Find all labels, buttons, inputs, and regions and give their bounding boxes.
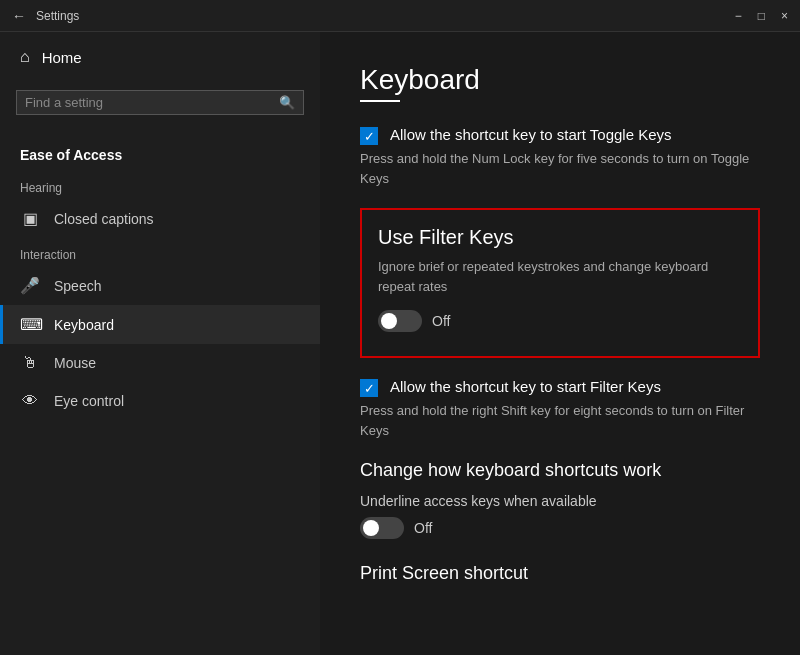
restore-button[interactable]: □ — [758, 9, 765, 23]
sidebar-category-hearing: Hearing — [0, 171, 320, 199]
sidebar-item-keyboard[interactable]: ⌨ Keyboard — [0, 305, 320, 344]
home-icon: ⌂ — [20, 48, 30, 66]
titlebar-title: Settings — [36, 9, 79, 23]
underline-toggle[interactable] — [360, 517, 404, 539]
underline-toggle-knob — [363, 520, 379, 536]
page-title-underline — [360, 100, 400, 102]
filter-keys-shortcut-label: Allow the shortcut key to start Filter K… — [390, 378, 661, 395]
sidebar-section-label: Ease of Access — [0, 131, 320, 171]
keyboard-icon: ⌨ — [20, 315, 40, 334]
search-input[interactable] — [25, 95, 279, 110]
sidebar-item-label-speech: Speech — [54, 278, 101, 294]
sidebar-category-interaction: Interaction — [0, 238, 320, 266]
toggle-keys-checkbox[interactable]: ✓ — [360, 127, 378, 145]
sidebar-item-label-mouse: Mouse — [54, 355, 96, 371]
sidebar-item-closed-captions[interactable]: ▣ Closed captions — [0, 199, 320, 238]
toggle-keys-label: Allow the shortcut key to start Toggle K… — [390, 126, 672, 143]
toggle-keys-row: ✓ Allow the shortcut key to start Toggle… — [360, 126, 760, 145]
filter-keys-desc: Ignore brief or repeated keystrokes and … — [378, 257, 742, 296]
window-controls: − □ × — [735, 9, 788, 23]
sidebar-search-container: 🔍 — [0, 82, 320, 131]
speech-icon: 🎤 — [20, 276, 40, 295]
search-wrapper: 🔍 — [16, 90, 304, 115]
eye-control-icon: 👁 — [20, 392, 40, 410]
sidebar-item-label-eye-control: Eye control — [54, 393, 124, 409]
underline-toggle-row: Off — [360, 517, 760, 539]
underline-toggle-label: Off — [414, 520, 432, 536]
filter-keys-toggle-row: Off — [378, 310, 742, 332]
page-title: Keyboard — [360, 64, 760, 96]
closed-captions-icon: ▣ — [20, 209, 40, 228]
sidebar-item-home[interactable]: ⌂ Home — [0, 32, 320, 82]
shortcuts-section-heading: Change how keyboard shortcuts work — [360, 460, 760, 481]
filter-keys-toggle[interactable] — [378, 310, 422, 332]
mouse-icon: 🖱 — [20, 354, 40, 372]
underline-sublabel: Underline access keys when available — [360, 493, 760, 509]
main-content: Keyboard ✓ Allow the shortcut key to sta… — [320, 32, 800, 655]
app-container: ⌂ Home 🔍 Ease of Access Hearing ▣ Closed… — [0, 32, 800, 655]
sidebar-item-label-closed-captions: Closed captions — [54, 211, 154, 227]
filter-keys-shortcut-desc: Press and hold the right Shift key for e… — [360, 401, 760, 440]
filter-keys-box: Use Filter Keys Ignore brief or repeated… — [360, 208, 760, 358]
search-icon[interactable]: 🔍 — [279, 95, 295, 110]
filter-keys-toggle-label: Off — [432, 313, 450, 329]
close-button[interactable]: × — [781, 9, 788, 23]
minimize-button[interactable]: − — [735, 9, 742, 23]
sidebar-item-mouse[interactable]: 🖱 Mouse — [0, 344, 320, 382]
filter-keys-title: Use Filter Keys — [378, 226, 742, 249]
filter-keys-shortcut-checkbox[interactable]: ✓ — [360, 379, 378, 397]
filter-keys-shortcut-row: ✓ Allow the shortcut key to start Filter… — [360, 378, 760, 397]
sidebar-item-label-keyboard: Keyboard — [54, 317, 114, 333]
back-button[interactable]: ← — [12, 8, 26, 24]
check-icon-2: ✓ — [364, 382, 375, 395]
sidebar-item-eye-control[interactable]: 👁 Eye control — [0, 382, 320, 420]
underline-group: Underline access keys when available Off — [360, 493, 760, 539]
print-screen-section-heading: Print Screen shortcut — [360, 563, 760, 584]
toggle-knob — [381, 313, 397, 329]
check-icon: ✓ — [364, 130, 375, 143]
toggle-keys-desc: Press and hold the Num Lock key for five… — [360, 149, 760, 188]
sidebar: ⌂ Home 🔍 Ease of Access Hearing ▣ Closed… — [0, 32, 320, 655]
sidebar-home-label: Home — [42, 49, 82, 66]
titlebar: ← Settings − □ × — [0, 0, 800, 32]
sidebar-item-speech[interactable]: 🎤 Speech — [0, 266, 320, 305]
